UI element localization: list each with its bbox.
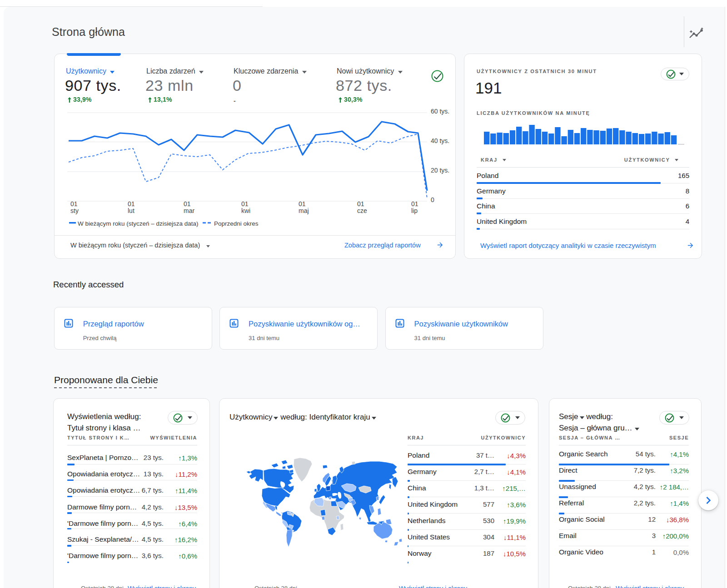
svg-text:01: 01: [128, 200, 135, 208]
svg-text:01: 01: [70, 200, 78, 208]
svg-text:maj: maj: [299, 207, 309, 214]
svg-text:W bieżącym roku (styczeń – dzi: W bieżącym roku (styczeń – dzisiejsza da…: [78, 220, 199, 227]
svg-text:cze: cze: [357, 207, 367, 214]
svg-text:40 tys.: 40 tys.: [431, 137, 449, 144]
svg-text:20 tys.: 20 tys.: [431, 167, 449, 174]
svg-text:kwi: kwi: [241, 207, 250, 214]
svg-text:0: 0: [431, 196, 434, 203]
svg-text:sty: sty: [70, 207, 79, 214]
svg-text:01: 01: [357, 200, 364, 208]
svg-text:mar: mar: [184, 207, 194, 214]
svg-text:lut: lut: [128, 207, 134, 214]
svg-text:Poprzedni okres: Poprzedni okres: [214, 220, 259, 227]
svg-text:01: 01: [411, 200, 418, 208]
svg-text:01: 01: [184, 200, 191, 208]
svg-text:01: 01: [241, 200, 249, 208]
svg-text:lip: lip: [411, 207, 418, 214]
svg-text:01: 01: [299, 200, 306, 208]
svg-text:60 tys.: 60 tys.: [431, 108, 449, 115]
